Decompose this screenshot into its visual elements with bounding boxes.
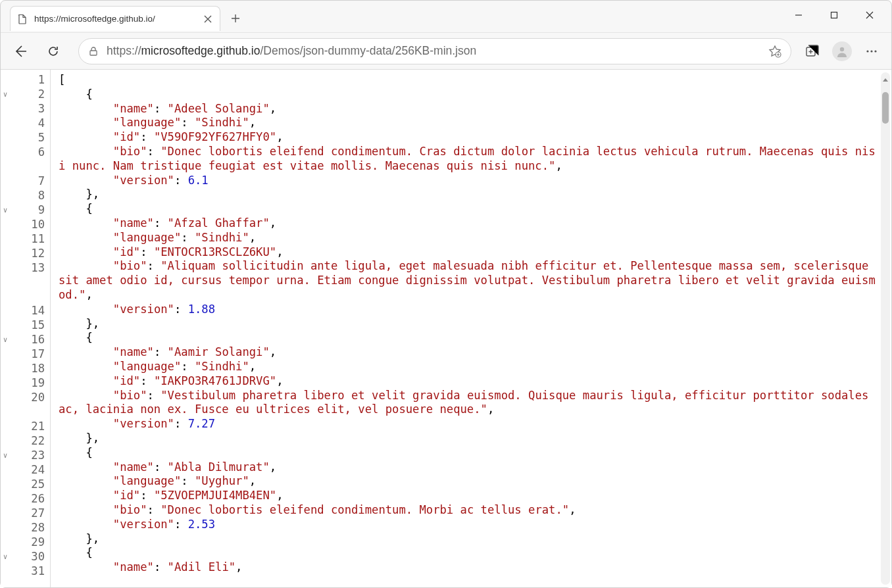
url-path: /Demos/json-dummy-data/256KB-min.json [260, 44, 476, 57]
svg-point-5 [866, 50, 868, 52]
line-number: 13 [10, 261, 45, 304]
code-line: "bio": "Donec lobortis eleifend condimen… [59, 503, 878, 518]
svg-rect-1 [90, 51, 97, 55]
code-line: { [59, 546, 878, 560]
code-line: "language": "Sindhi", [59, 360, 878, 374]
close-tab-icon[interactable] [203, 14, 213, 24]
code-line: { [59, 331, 878, 345]
menu-icon[interactable] [865, 45, 878, 58]
code-line: }, [59, 317, 878, 331]
code-line: "version": 7.27 [59, 417, 878, 431]
profile-avatar[interactable] [832, 41, 852, 61]
favorite-icon[interactable] [768, 45, 781, 58]
toolbar: https://microsoftedge.github.io/Demos/js… [1, 32, 891, 69]
minimize-button[interactable] [781, 3, 816, 27]
json-viewer: ∨∨∨∨∨ 1234567891011121314151617181920212… [1, 70, 878, 587]
code-line: [ [59, 73, 878, 87]
line-number: 17 [10, 347, 45, 362]
code-line: "id": "ENTOCR13RSCLZ6KU", [59, 245, 878, 260]
line-number: 10 [10, 218, 45, 232]
line-number: 7 [10, 174, 45, 189]
url-text: https://microsoftedge.github.io/Demos/js… [107, 44, 760, 58]
line-number: 23 [10, 449, 45, 463]
toolbar-right [805, 41, 883, 61]
code-line: }, [59, 431, 878, 446]
line-number: 4 [10, 116, 45, 131]
back-button[interactable] [9, 39, 32, 63]
maximize-button[interactable] [816, 3, 852, 27]
line-number: 2 [10, 87, 45, 102]
fold-gutter: ∨∨∨∨∨ [1, 70, 10, 587]
code-line: "language": "Uyghur", [59, 474, 878, 489]
page-icon [17, 14, 28, 24]
code-line: "id": "5ZVOEPMJUI4MB4EN", [59, 489, 878, 503]
fold-toggle-icon[interactable]: ∨ [1, 333, 10, 347]
vertical-scrollbar[interactable] [881, 72, 890, 585]
tab-strip: https://microsoftedge.github.io/ [1, 1, 245, 31]
line-number: 21 [10, 420, 45, 434]
fold-toggle-icon[interactable]: ∨ [1, 449, 10, 463]
line-number: 14 [10, 304, 45, 318]
code-line: "version": 2.53 [59, 518, 878, 532]
code-line: "name": "Aamir Solangi", [59, 345, 878, 360]
address-bar[interactable]: https://microsoftedge.github.io/Demos/js… [78, 38, 791, 64]
line-number: 27 [10, 506, 45, 521]
fold-toggle-icon[interactable]: ∨ [1, 550, 10, 564]
content-area: ∨∨∨∨∨ 1234567891011121314151617181920212… [1, 69, 891, 587]
line-number-gutter: 1234567891011121314151617181920212223242… [10, 70, 51, 587]
url-prefix: https:// [107, 44, 141, 57]
fold-toggle-icon[interactable]: ∨ [1, 87, 10, 102]
close-window-button[interactable] [852, 3, 887, 27]
code-line: { [59, 202, 878, 216]
code-line: "language": "Sindhi", [59, 231, 878, 245]
code-area[interactable]: [ { "name": "Adeel Solangi", "language":… [51, 70, 878, 587]
line-number: 26 [10, 492, 45, 506]
code-line: "bio": "Vestibulum pharetra libero et ve… [59, 389, 878, 418]
svg-point-6 [870, 50, 872, 52]
scroll-up-icon[interactable] [881, 75, 890, 86]
scrollbar-thumb[interactable] [882, 92, 889, 124]
line-number: 12 [10, 247, 45, 261]
new-tab-button[interactable] [226, 9, 245, 28]
line-number: 18 [10, 362, 45, 376]
collections-icon[interactable] [805, 44, 819, 59]
line-number: 22 [10, 434, 45, 449]
code-line: "id": "V59OF92YF627HFY0", [59, 130, 878, 145]
code-line: }, [59, 532, 878, 547]
code-line: "bio": "Aliquam sollicitudin ante ligula… [59, 259, 878, 302]
fold-toggle-icon[interactable]: ∨ [1, 203, 10, 218]
line-number: 9 [10, 203, 45, 218]
code-line: "name": "Adeel Solangi", [59, 102, 878, 116]
code-line: "name": "Afzal Ghaffar", [59, 216, 878, 231]
line-number: 24 [10, 463, 45, 478]
line-number: 15 [10, 318, 45, 333]
code-line: "name": "Abla Dilmurat", [59, 460, 878, 475]
svg-point-7 [874, 50, 876, 52]
code-line: "bio": "Donec lobortis eleifend condimen… [59, 145, 878, 174]
line-number: 11 [10, 232, 45, 247]
line-number: 20 [10, 391, 45, 420]
svg-point-4 [840, 47, 844, 51]
line-number: 30 [10, 550, 45, 564]
line-number: 6 [10, 145, 45, 174]
code-line: "version": 1.88 [59, 303, 878, 317]
url-host: microsoftedge.github.io [141, 44, 260, 57]
titlebar: https://microsoftedge.github.io/ [1, 1, 891, 32]
code-line: }, [59, 187, 878, 202]
svg-rect-0 [831, 12, 837, 18]
line-number: 5 [10, 131, 45, 145]
line-number: 8 [10, 189, 45, 203]
code-line: { [59, 446, 878, 460]
refresh-button[interactable] [41, 39, 65, 63]
line-number: 3 [10, 102, 45, 116]
line-number: 16 [10, 333, 45, 347]
line-number: 19 [10, 376, 45, 391]
tab-title: https://microsoftedge.github.io/ [34, 14, 196, 24]
code-line: "version": 6.1 [59, 174, 878, 188]
line-number: 31 [10, 564, 45, 579]
code-line: "name": "Adil Eli", [59, 560, 878, 575]
line-number: 25 [10, 478, 45, 492]
browser-window: https://microsoftedge.github.io/ [0, 0, 892, 588]
browser-tab[interactable]: https://microsoftedge.github.io/ [10, 6, 220, 31]
lock-icon [88, 46, 99, 57]
